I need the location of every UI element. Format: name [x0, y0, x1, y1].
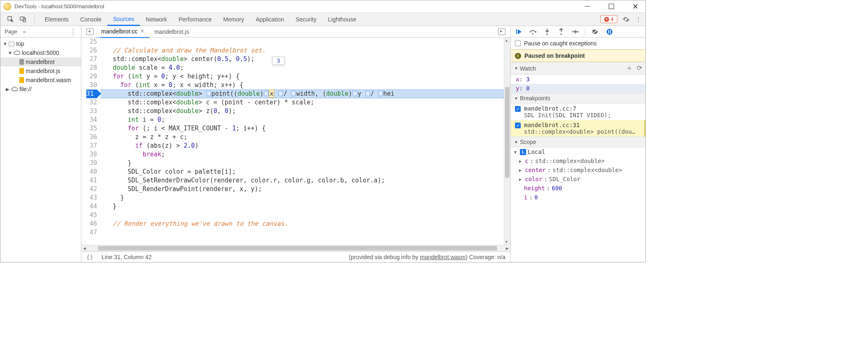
file-icon [19, 77, 24, 83]
tab-lighthouse[interactable]: Lighthouse [322, 13, 362, 26]
add-watch-icon[interactable]: ＋ [626, 64, 633, 73]
app-icon [4, 3, 11, 10]
tree-file-mandelbrot[interactable]: mandelbrot [0, 57, 81, 66]
scope-var[interactable]: ▶c: std::complex<double> [511, 156, 645, 165]
info-icon: i [515, 53, 521, 59]
tab-sources[interactable]: Sources [107, 12, 140, 26]
svg-point-8 [607, 29, 612, 35]
svg-rect-3 [516, 29, 517, 34]
local-badge-icon: L [520, 149, 526, 155]
tree-file-scheme[interactable]: ▶file:// [0, 85, 81, 94]
nav-prev-icon[interactable] [86, 28, 94, 35]
scope-var[interactable]: ▶color: SDL_Color [511, 175, 645, 184]
minimize-button[interactable] [580, 2, 594, 11]
settings-icon[interactable] [622, 16, 630, 23]
vertical-scrollbar[interactable]: ▲▼ [504, 38, 510, 245]
file-tab-mandelbrot-cc[interactable]: mandelbrot.cc✕ [96, 26, 149, 38]
editor-pane: mandelbrot.cc✕ mandelbrot.js 25262728293… [81, 26, 511, 262]
breakpoint-row[interactable]: ✓mandelbrot.cc:7SDL_Init(SDL_INIT_VIDEO)… [511, 104, 645, 120]
pause-exceptions-icon[interactable] [605, 28, 614, 36]
deactivate-breakpoints-icon[interactable] [591, 28, 600, 36]
svg-point-5 [546, 33, 548, 35]
maximize-button[interactable] [604, 2, 618, 11]
scope-var[interactable]: height: 600 [511, 184, 645, 193]
svg-rect-10 [610, 30, 611, 33]
pretty-print-icon[interactable]: {} [86, 254, 93, 260]
scope-var[interactable]: i: 0 [511, 193, 645, 202]
tab-network[interactable]: Network [140, 13, 173, 26]
scope-local-row[interactable]: ▼LLocal [511, 147, 645, 156]
checkbox-icon[interactable] [515, 40, 521, 46]
navigator-more-tabs[interactable]: » [23, 28, 26, 35]
file-icon [19, 68, 24, 74]
svg-rect-1 [20, 17, 24, 20]
scope-var[interactable]: ▶center: std::complex<double> [511, 165, 645, 175]
tree-file-mandelbrot-js[interactable]: mandelbrot.js [0, 66, 81, 76]
checkbox-checked-icon[interactable]: ✓ [515, 106, 521, 112]
navigator-pane: Page » ⋮ ▼top ▼localhost:5000 mandelbrot… [0, 26, 81, 262]
navigator-menu-icon[interactable]: ⋮ [69, 27, 77, 36]
file-tab-mandelbrot-js[interactable]: mandelbrot.js [149, 26, 194, 38]
tab-application[interactable]: Application [250, 13, 290, 26]
tree-origin[interactable]: ▼localhost:5000 [0, 48, 81, 57]
tab-security[interactable]: Security [290, 13, 323, 26]
more-icon[interactable]: ⋮ [635, 16, 642, 23]
inspect-icon[interactable] [7, 16, 14, 23]
resume-icon[interactable] [515, 28, 523, 36]
watch-row[interactable]: x: 3 [511, 75, 645, 84]
svg-point-4 [532, 33, 534, 34]
file-tree: ▼top ▼localhost:5000 mandelbrot mandelbr… [0, 38, 81, 95]
debug-toolbar [511, 26, 645, 38]
navigator-tab[interactable]: Page [5, 28, 17, 35]
watch-row[interactable]: y: 0 [511, 84, 645, 93]
tab-performance[interactable]: Performance [173, 13, 217, 26]
close-button[interactable]: ✕ [628, 2, 642, 11]
code-area[interactable]: 2526272829303132333435363738394041424344… [81, 38, 510, 245]
cloud-icon [14, 50, 20, 55]
error-count-pill[interactable]: ✕4 [600, 15, 617, 23]
svg-point-7 [577, 31, 579, 33]
hover-tooltip: 3 [272, 57, 285, 65]
breakpoints-header[interactable]: ▼Breakpoints [511, 93, 645, 104]
step-into-icon[interactable] [543, 28, 551, 36]
svg-rect-9 [608, 30, 609, 33]
paused-banner: iPaused on breakpoint [511, 50, 645, 62]
tab-elements[interactable]: Elements [39, 13, 74, 26]
svg-point-6 [560, 33, 562, 35]
window-title: DevTools - localhost:5000/mandelbrot [14, 3, 104, 9]
checkbox-checked-icon[interactable]: ✓ [515, 123, 521, 128]
file-icon [19, 59, 24, 65]
titlebar: DevTools - localhost:5000/mandelbrot ✕ [0, 0, 645, 13]
step-over-icon[interactable] [529, 28, 537, 36]
nav-next-icon[interactable] [498, 28, 505, 35]
step-icon[interactable] [571, 28, 579, 36]
main-tab-bar: Elements Console Sources Network Perform… [0, 13, 645, 26]
editor-statusbar: {} Line 31, Column 42 (provided via debu… [81, 251, 510, 262]
debugger-pane: Pause on caught exceptions iPaused on br… [511, 26, 645, 262]
cursor-position: Line 31, Column 42 [102, 254, 152, 260]
scope-header[interactable]: ▼Scope [511, 137, 645, 147]
watch-header[interactable]: ▼Watch＋⟳ [511, 62, 645, 75]
horizontal-scrollbar[interactable]: ◀▶ [81, 245, 510, 251]
file-tab-bar: mandelbrot.cc✕ mandelbrot.js [81, 26, 510, 38]
debug-info: (provided via debug info by mandelbrot.w… [349, 254, 505, 260]
pause-caught-row[interactable]: Pause on caught exceptions [511, 38, 645, 50]
tab-memory[interactable]: Memory [218, 13, 250, 26]
breakpoint-row[interactable]: ✓mandelbrot.cc:31std::complex<double> po… [511, 120, 645, 137]
tab-console[interactable]: Console [74, 13, 107, 26]
tree-file-mandelbrot-wasm[interactable]: mandelbrot.wasm [0, 76, 81, 85]
step-out-icon[interactable] [557, 28, 565, 36]
tree-top[interactable]: ▼top [0, 39, 81, 48]
close-tab-icon[interactable]: ✕ [140, 28, 145, 34]
refresh-watch-icon[interactable]: ⟳ [637, 64, 642, 73]
cloud-icon [11, 87, 18, 92]
device-icon[interactable] [19, 16, 27, 23]
